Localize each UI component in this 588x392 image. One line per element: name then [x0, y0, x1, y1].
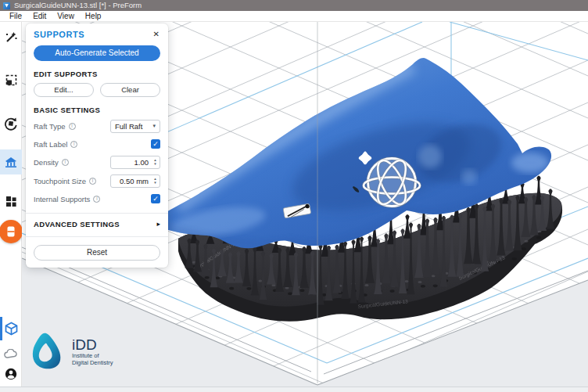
internal-supports-label: Internal Supports: [34, 195, 90, 203]
preform-app-icon: [3, 2, 10, 9]
supports-panel: SUPPORTS ✕ Auto-Generate Selected EDIT S…: [26, 23, 168, 268]
internal-supports-row: Internal Supportsi ✓: [34, 193, 160, 205]
divider: [26, 236, 168, 237]
rotate-tool-icon[interactable]: [0, 114, 22, 133]
layout-tool-icon[interactable]: [0, 192, 22, 210]
touchpoint-size-stepper[interactable]: 0.50 mm ▲▼: [110, 174, 160, 188]
chevron-right-icon: ▸: [156, 220, 160, 228]
density-label: Density: [34, 158, 59, 167]
spinner-down-icon[interactable]: ▼: [153, 163, 156, 166]
raft-type-value: Full Raft: [115, 122, 142, 131]
preform-window: SurgicalGuideUNN-13.stl [*] - PreForm Fi…: [0, 0, 588, 392]
spinner-up-icon[interactable]: ▲: [153, 159, 156, 162]
raft-type-row: Raft Typei Full Raft ▾: [34, 120, 160, 133]
titlebar: SurgicalGuideUNN-13.stl [*] - PreForm: [0, 0, 588, 11]
basic-settings-heading: BASIC SETTINGS: [34, 106, 160, 114]
advanced-settings-heading: ADVANCED SETTINGS: [34, 220, 120, 228]
reset-button[interactable]: Reset: [34, 245, 160, 261]
raft-type-label: Raft Type: [34, 122, 66, 131]
one-click-print-wand-icon[interactable]: [0, 27, 22, 46]
touchpoint-size-row: Touchpoint Sizei 0.50 mm ▲▼: [34, 174, 160, 188]
account-icon[interactable]: [0, 365, 22, 383]
raft-label-row: Raft Labeli ✓: [34, 138, 160, 150]
edit-button[interactable]: Edit...: [34, 83, 94, 97]
check-icon: ✓: [152, 195, 159, 203]
check-icon: ✓: [152, 140, 159, 148]
touchpoint-size-label: Touchpoint Size: [34, 177, 86, 185]
menu-help[interactable]: Help: [80, 11, 107, 21]
supports-tool-icon[interactable]: [0, 149, 22, 174]
close-icon[interactable]: ✕: [152, 31, 160, 38]
menu-file[interactable]: File: [4, 11, 27, 21]
chevron-down-icon: ▾: [152, 123, 156, 129]
touchpoint-size-value: 0.50 mm: [111, 177, 151, 185]
edit-supports-heading: EDIT SUPPORTS: [34, 70, 160, 78]
advanced-settings-toggle[interactable]: ADVANCED SETTINGS ▸: [34, 220, 160, 228]
status-bar: [0, 387, 588, 392]
menu-edit[interactable]: Edit: [27, 11, 52, 21]
info-icon[interactable]: i: [70, 141, 77, 148]
cloud-icon[interactable]: [0, 344, 22, 363]
idd-line1: Institute of: [72, 352, 113, 359]
spinner-down-icon[interactable]: ▼: [153, 182, 156, 185]
info-icon[interactable]: i: [93, 196, 100, 203]
dashboard-cube-icon[interactable]: [0, 319, 22, 338]
raft-label-checkbox[interactable]: ✓: [151, 139, 160, 149]
divider: [26, 213, 168, 214]
window-title: SurgicalGuideUNN-13.stl [*] - PreForm: [14, 0, 142, 11]
clear-button[interactable]: Clear: [100, 83, 160, 97]
auto-generate-button[interactable]: Auto-Generate Selected: [34, 45, 160, 61]
info-icon[interactable]: i: [69, 123, 76, 130]
menubar: File Edit View Help: [0, 11, 588, 22]
idd-brand: iDD: [72, 337, 113, 352]
size-scale-tool-icon[interactable]: [0, 70, 22, 89]
info-icon[interactable]: i: [89, 178, 96, 185]
menu-view[interactable]: View: [52, 11, 80, 21]
density-stepper[interactable]: 1.00 ▲▼: [110, 156, 160, 169]
print-button[interactable]: [0, 220, 23, 243]
info-icon[interactable]: i: [62, 159, 69, 166]
internal-supports-checkbox[interactable]: ✓: [151, 194, 160, 203]
idd-logo-mark: [30, 332, 66, 371]
raft-type-dropdown[interactable]: Full Raft ▾: [110, 120, 160, 133]
viewport-3d[interactable]: SurgicalGuideUNN-13 SurgicalGuideUNN-13 …: [22, 22, 588, 387]
raft-label-label: Raft Label: [34, 140, 67, 149]
spinner-up-icon[interactable]: ▲: [153, 178, 156, 181]
idd-logo: iDD Institute of Digital Dentistry: [30, 332, 113, 371]
density-value: 1.00: [111, 158, 151, 167]
idd-line2: Digital Dentistry: [72, 359, 113, 366]
left-toolbar: [0, 22, 22, 387]
density-row: Densityi 1.00 ▲▼: [34, 156, 160, 169]
panel-title: SUPPORTS: [34, 30, 84, 39]
